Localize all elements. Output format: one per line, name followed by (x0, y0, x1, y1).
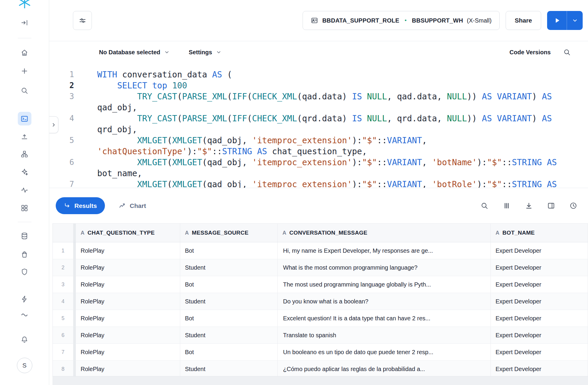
text-type-icon: A (81, 230, 84, 236)
line-number: 1 (49, 69, 85, 80)
cell-chat_question_type: RolePlay (76, 259, 180, 276)
cell-bot_name: Expert Developer (491, 276, 588, 293)
sidebar-item-data[interactable] (18, 229, 31, 242)
editor-search-icon[interactable] (563, 48, 571, 56)
sidebar-item-automation[interactable] (18, 292, 31, 306)
table-row[interactable]: 4RolePlayStudentDo you know what is a bo… (53, 293, 588, 310)
results-history-icon[interactable] (569, 202, 577, 210)
column-label: BOT_NAME (502, 230, 535, 236)
code-line: 4 TRY_CAST(PARSE_XML(IFF(CHECK_XML(qrd.d… (49, 113, 588, 124)
horizontal-scrollbar[interactable] (52, 376, 588, 385)
settings-dropdown[interactable]: Settings (189, 49, 222, 56)
pulse-icon (20, 186, 28, 194)
database-icon (20, 232, 28, 240)
row-number: 4 (53, 293, 74, 310)
sidebar-item-marketplace[interactable] (18, 248, 31, 261)
tab-results[interactable]: Results (56, 197, 105, 214)
sidebar-item-dashboards[interactable] (18, 201, 31, 214)
row-number: 8 (53, 361, 74, 376)
results-download-icon[interactable] (525, 202, 533, 210)
table-row[interactable]: 1RolePlayBotHi, my name is Expert Develo… (53, 242, 588, 259)
sliders-icon (79, 17, 87, 25)
results-actions (480, 202, 577, 210)
cell-message_source: Bot (180, 242, 278, 259)
tab-chart[interactable]: Chart (119, 202, 146, 209)
code-text: XMLGET(XMLGET(qad_obj, 'itemproc_extensi… (85, 135, 427, 146)
status-dot: • (405, 17, 407, 24)
toolbar-right-group: BBDATA_SUPPORT_ROLE • BBSUPPORT_WH (X-Sm… (303, 11, 583, 30)
sidebar-item-admin[interactable] (18, 265, 31, 278)
sidebar-item-worksheets[interactable] (18, 112, 31, 125)
table-row[interactable]: 8RolePlayStudent¿Cómo puedo aplicar las … (53, 361, 588, 376)
table-row[interactable]: 6RolePlayStudentTranslate to spanishExpe… (53, 327, 588, 344)
column-header-chat_question_type[interactable]: ACHAT_QUESTION_TYPE (76, 224, 180, 242)
results-toolbar: Results Chart (49, 188, 588, 223)
results-layout-icon[interactable] (547, 202, 555, 210)
editor-header: No Database selected Settings Code Versi… (49, 41, 588, 63)
table-row[interactable]: 7RolePlayBotUn booleano es un tipo de da… (53, 344, 588, 361)
tilde-icon (20, 311, 28, 319)
run-button-group (547, 11, 583, 30)
sidebar-item-ai-ml[interactable] (18, 165, 31, 178)
table-row[interactable]: 2RolePlayStudentWhat is the most common … (53, 259, 588, 276)
sql-editor[interactable]: 1WITH conversation_data AS (2 SELECT top… (49, 63, 588, 188)
code-line: 2 SELECT top 100 (49, 80, 588, 91)
search-icon (20, 87, 28, 95)
cell-bot_name: Expert Developer (491, 242, 588, 259)
worksheet-options-button[interactable] (73, 11, 92, 30)
sidebar-item-streams[interactable] (18, 308, 31, 321)
run-button[interactable] (547, 11, 567, 30)
sidebar-item-search[interactable] (18, 84, 31, 97)
role-badge-icon (311, 17, 318, 24)
sidebar-item-data-lineage[interactable] (18, 147, 31, 160)
line-number (49, 168, 85, 179)
code-text: XMLGET(XMLGET(qad_obj, 'itemproc_extensi… (85, 179, 557, 188)
main-panel: BBDATA_SUPPORT_ROLE • BBSUPPORT_WH (X-Sm… (49, 0, 588, 385)
results-search-icon[interactable] (480, 202, 488, 210)
code-line: 7 XMLGET(XMLGET(qad_obj, 'itemproc_exten… (49, 179, 588, 188)
column-header-bot_name[interactable]: ABOT_NAME (491, 224, 588, 242)
role-warehouse-selector[interactable]: BBDATA_SUPPORT_ROLE • BBSUPPORT_WH (X-Sm… (303, 11, 499, 30)
column-header-message_source[interactable]: AMESSAGE_SOURCE (180, 224, 278, 242)
results-columns-icon[interactable] (503, 202, 511, 210)
code-versions-link[interactable]: Code Versions (509, 49, 551, 56)
table-row[interactable]: 5RolePlayBotExcelent question! It is a d… (53, 310, 588, 327)
cell-bot_name: Expert Developer (491, 259, 588, 276)
cell-conversation_message: Translate to spanish (278, 327, 491, 343)
code-line: 'chatQuestionType'):"$"::STRING AS chat_… (49, 146, 588, 157)
chart-line-icon (119, 202, 126, 209)
row-number: 5 (53, 310, 74, 327)
cell-chat_question_type: RolePlay (76, 242, 180, 259)
code-lines: 1WITH conversation_data AS (2 SELECT top… (49, 69, 588, 188)
sidebar-item-deploy[interactable] (18, 130, 31, 143)
sidebar-item-activity[interactable] (18, 183, 31, 196)
sidebar-item-notifications[interactable] (18, 333, 31, 346)
cell-bot_name: Expert Developer (491, 344, 588, 360)
run-options-button[interactable] (567, 11, 583, 30)
share-button[interactable]: Share (506, 11, 541, 30)
code-text: bot_name, (85, 168, 142, 179)
sidebar-item-home[interactable] (18, 46, 31, 59)
column-header-conversation_message[interactable]: ACONVERSATION_MESSAGE (278, 224, 491, 242)
sitemap-icon (20, 150, 28, 158)
cell-conversation_message: Excelent question! It is a data type tha… (278, 310, 491, 327)
sparkles-icon (20, 168, 28, 176)
row-number-header (53, 224, 74, 242)
sidebar-item-collapse-sidebar[interactable] (18, 16, 31, 29)
cell-chat_question_type: RolePlay (76, 310, 180, 327)
database-selector[interactable]: No Database selected (99, 49, 170, 56)
sidebar-divider (18, 222, 31, 222)
table-row[interactable]: 3RolePlayBotThe most used programming la… (53, 276, 588, 293)
cell-message_source: Bot (180, 276, 278, 293)
code-line: qad_obj, (49, 102, 588, 113)
row-number: 6 (53, 327, 74, 343)
expand-editor-button[interactable] (49, 116, 58, 133)
code-line: 1WITH conversation_data AS ( (49, 69, 588, 80)
code-line: bot_name, (49, 168, 588, 179)
user-avatar[interactable]: S (17, 358, 32, 373)
app-root: S BBDATA_SUPPORT_ROLE • BBSUPPORT_WH (X-… (0, 0, 588, 385)
code-text: TRY_CAST(PARSE_XML(IFF(CHECK_XML(qrd.dat… (85, 113, 552, 124)
tab-chart-label: Chart (130, 202, 146, 209)
sidebar-item-create-new[interactable] (18, 64, 31, 77)
chevron-down-icon (572, 17, 578, 24)
